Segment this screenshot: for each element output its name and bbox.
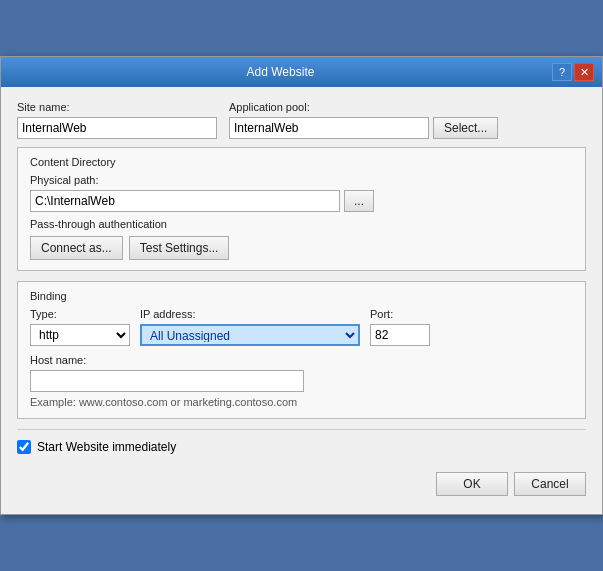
site-name-app-pool-row: Site name: Application pool: Select... — [17, 101, 586, 139]
app-pool-input[interactable] — [229, 117, 429, 139]
type-select[interactable]: http https — [30, 324, 130, 346]
physical-path-label: Physical path: — [30, 174, 573, 186]
site-name-input[interactable] — [17, 117, 217, 139]
type-label: Type: — [30, 308, 130, 320]
example-text: Example: www.contoso.com or marketing.co… — [30, 396, 573, 408]
bottom-buttons: OK Cancel — [17, 464, 586, 500]
select-app-pool-button[interactable]: Select... — [433, 117, 498, 139]
passthrough-label: Pass-through authentication — [30, 218, 573, 230]
physical-path-group: Physical path: ... — [30, 174, 573, 218]
browse-button[interactable]: ... — [344, 190, 374, 212]
connect-as-button[interactable]: Connect as... — [30, 236, 123, 260]
binding-section: Binding Type: http https IP address: All… — [17, 281, 586, 419]
title-bar: Add Website ? ✕ — [1, 57, 602, 87]
binding-title: Binding — [30, 290, 573, 302]
host-name-group: Host name: — [30, 354, 573, 392]
ip-address-label: IP address: — [140, 308, 360, 320]
app-pool-group: Application pool: Select... — [229, 101, 498, 139]
test-settings-button[interactable]: Test Settings... — [129, 236, 230, 260]
port-group: Port: — [370, 308, 430, 346]
site-name-group: Site name: — [17, 101, 217, 139]
port-input[interactable] — [370, 324, 430, 346]
ok-button[interactable]: OK — [436, 472, 508, 496]
ip-address-group: IP address: All Unassigned — [140, 308, 360, 346]
physical-path-input[interactable] — [30, 190, 340, 212]
content-directory-section: Content Directory Physical path: ... Pas… — [17, 147, 586, 271]
dialog-body: Site name: Application pool: Select... C… — [1, 87, 602, 514]
site-name-label: Site name: — [17, 101, 217, 113]
add-website-dialog: Add Website ? ✕ Site name: Application p… — [0, 56, 603, 515]
host-name-label: Host name: — [30, 354, 573, 366]
content-directory-title: Content Directory — [30, 156, 573, 168]
port-label: Port: — [370, 308, 430, 320]
ip-address-select[interactable]: All Unassigned — [140, 324, 360, 346]
divider — [17, 429, 586, 430]
close-button[interactable]: ✕ — [574, 63, 594, 81]
cancel-button[interactable]: Cancel — [514, 472, 586, 496]
title-bar-buttons: ? ✕ — [552, 63, 594, 81]
app-pool-label: Application pool: — [229, 101, 498, 113]
start-website-checkbox[interactable] — [17, 440, 31, 454]
auth-buttons: Connect as... Test Settings... — [30, 236, 573, 260]
binding-row: Type: http https IP address: All Unassig… — [30, 308, 573, 346]
start-website-row: Start Website immediately — [17, 440, 586, 454]
start-website-label: Start Website immediately — [37, 440, 176, 454]
type-group: Type: http https — [30, 308, 130, 346]
dialog-title: Add Website — [9, 65, 552, 79]
help-button[interactable]: ? — [552, 63, 572, 81]
host-name-input[interactable] — [30, 370, 304, 392]
